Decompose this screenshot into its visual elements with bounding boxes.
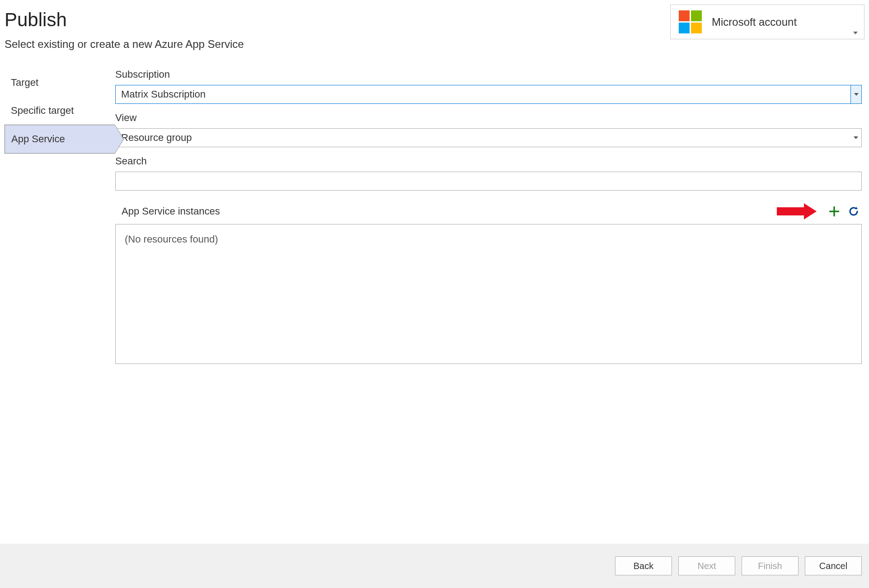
page-title: Publish (5, 9, 244, 31)
search-input[interactable] (121, 172, 856, 190)
add-instance-button[interactable] (828, 205, 840, 217)
subscription-value: Matrix Subscription (121, 89, 206, 100)
view-dropdown[interactable]: Resource group (115, 128, 862, 147)
subscription-field: Subscription Matrix Subscription (115, 69, 862, 104)
next-button[interactable]: Next (678, 556, 735, 575)
sidebar-item-label: Target (11, 77, 38, 88)
plus-icon (828, 205, 840, 217)
chevron-down-icon (853, 32, 858, 34)
refresh-icon (848, 206, 859, 217)
view-label: View (115, 112, 862, 124)
finish-button[interactable]: Finish (742, 556, 799, 575)
dialog-footer: Back Next Finish Cancel (0, 544, 869, 588)
chevron-down-icon (850, 85, 861, 103)
account-label: Microsoft account (712, 16, 797, 28)
search-input-wrapper (115, 172, 862, 191)
view-field: View Resource group (115, 112, 862, 147)
instances-label: App Service instances (122, 205, 220, 217)
sidebar-item-label: Specific target (11, 105, 74, 116)
instances-actions (777, 203, 859, 219)
sidebar-item-label: App Service (11, 133, 65, 145)
refresh-button[interactable] (848, 206, 859, 217)
wizard-sidebar: Target Specific target App Service (0, 69, 115, 364)
instances-header: App Service instances (115, 203, 862, 219)
search-label: Search (115, 155, 862, 167)
subscription-dropdown[interactable]: Matrix Subscription (115, 85, 862, 104)
main-area: Target Specific target App Service Subsc… (0, 51, 869, 364)
sidebar-item-specific-target[interactable]: Specific target (5, 97, 115, 125)
instances-empty-text: (No resources found) (125, 233, 218, 245)
dialog-header: Publish Select existing or create a new … (0, 0, 869, 51)
content-panel: Subscription Matrix Subscription View Re… (115, 69, 869, 364)
view-value: Resource group (121, 132, 192, 144)
instances-listbox[interactable]: (No resources found) (115, 224, 862, 364)
cancel-button[interactable]: Cancel (805, 556, 862, 575)
arrow-annotation-icon (777, 203, 820, 219)
account-selector[interactable]: Microsoft account (670, 5, 864, 39)
chevron-down-icon (850, 129, 861, 147)
microsoft-logo-icon (679, 10, 702, 33)
page-subtitle: Select existing or create a new Azure Ap… (5, 38, 244, 51)
sidebar-item-app-service[interactable]: App Service (5, 125, 115, 154)
back-button[interactable]: Back (615, 556, 672, 575)
subscription-label: Subscription (115, 69, 862, 80)
search-field: Search (115, 155, 862, 191)
sidebar-item-target[interactable]: Target (5, 69, 115, 97)
header-text-block: Publish Select existing or create a new … (5, 5, 244, 51)
